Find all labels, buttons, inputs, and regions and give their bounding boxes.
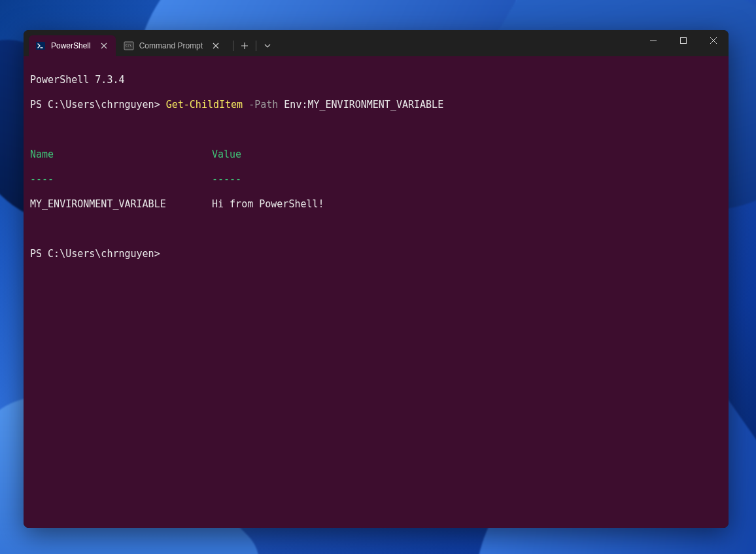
titlebar[interactable]: PowerShell C:\ Command Prompt bbox=[24, 30, 729, 56]
svg-text:C:\: C:\ bbox=[126, 43, 131, 47]
cmd-icon: C:\ bbox=[124, 41, 134, 51]
output-value: Hi from PowerShell! bbox=[212, 198, 722, 211]
minimize-button[interactable] bbox=[638, 30, 668, 51]
powershell-icon bbox=[35, 41, 46, 51]
window-controls bbox=[638, 30, 729, 51]
divider bbox=[256, 41, 256, 51]
tab-dropdown-button[interactable] bbox=[258, 36, 277, 56]
tab-label: Command Prompt bbox=[139, 41, 203, 50]
close-icon[interactable] bbox=[99, 41, 109, 51]
header-underline: ---- bbox=[30, 173, 212, 186]
new-tab-button[interactable] bbox=[235, 36, 254, 56]
header-underline: ----- bbox=[212, 173, 722, 186]
arg-text: Env:MY_ENVIRONMENT_VARIABLE bbox=[278, 99, 443, 111]
close-button[interactable] bbox=[698, 30, 729, 51]
tab-command-prompt[interactable]: C:\ Command Prompt bbox=[117, 35, 228, 56]
tab-powershell[interactable]: PowerShell bbox=[29, 35, 116, 56]
column-header-value: Value bbox=[212, 148, 722, 161]
maximize-button[interactable] bbox=[668, 30, 698, 51]
prompt-text: PS C:\Users\chrnguyen> bbox=[30, 248, 160, 260]
banner-text: PowerShell 7.3.4 bbox=[30, 74, 125, 86]
divider bbox=[233, 41, 233, 51]
terminal-window: PowerShell C:\ Command Prompt bbox=[24, 30, 729, 528]
cmdlet-text: Get-ChildItem bbox=[166, 99, 243, 111]
close-icon[interactable] bbox=[211, 41, 221, 51]
prompt-text: PS C:\Users\chrnguyen> bbox=[30, 99, 166, 111]
terminal-content[interactable]: PowerShell 7.3.4 PS C:\Users\chrnguyen> … bbox=[24, 56, 729, 528]
tab-label: PowerShell bbox=[51, 41, 91, 50]
param-text: -Path bbox=[243, 99, 278, 111]
svg-rect-5 bbox=[681, 38, 687, 44]
svg-rect-0 bbox=[36, 42, 45, 50]
column-header-name: Name bbox=[30, 148, 212, 161]
output-name: MY_ENVIRONMENT_VARIABLE bbox=[30, 198, 212, 211]
tabs-container: PowerShell C:\ Command Prompt bbox=[24, 30, 277, 56]
